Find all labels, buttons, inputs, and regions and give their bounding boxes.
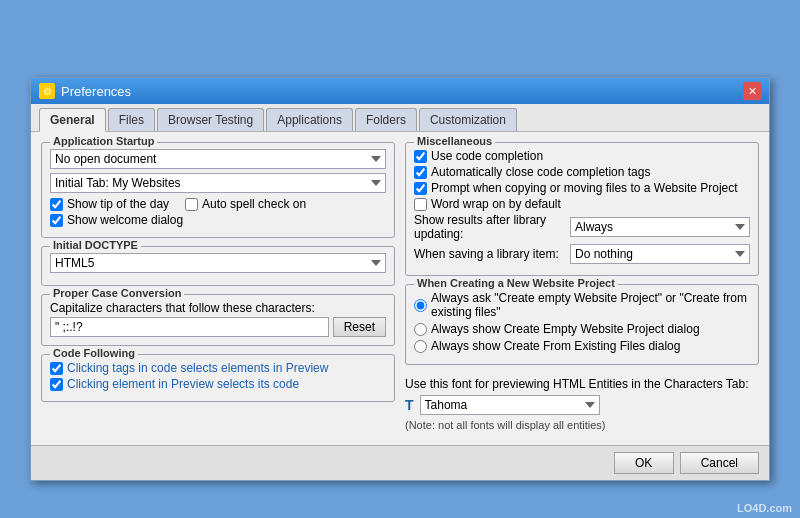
app-startup-label: Application Startup xyxy=(50,135,157,147)
show-welcome-checkbox[interactable] xyxy=(50,214,63,227)
initial-doctype-group: Initial DOCTYPE HTML5 xyxy=(41,246,395,286)
prompt-copying-label: Prompt when copying or moving files to a… xyxy=(431,181,738,195)
code-following-cb1[interactable] xyxy=(50,362,63,375)
tab-customization[interactable]: Customization xyxy=(419,108,517,131)
show-tip-row: Show tip of the day xyxy=(50,197,169,211)
initial-tab-dropdown[interactable]: Initial Tab: My Websites xyxy=(50,173,386,193)
font-preview-section: Use this font for previewing HTML Entiti… xyxy=(405,373,759,435)
prompt-copying-row: Prompt when copying or moving files to a… xyxy=(414,181,750,195)
code-following-cb2[interactable] xyxy=(50,378,63,391)
watermark: LO4D.com xyxy=(737,502,792,514)
use-code-completion-cb[interactable] xyxy=(414,150,427,163)
radio-label1: Always ask "Create empty Website Project… xyxy=(431,291,750,319)
proper-case-group: Proper Case Conversion Capitalize charac… xyxy=(41,294,395,346)
checkbox-inline-group: Show tip of the day Auto spell check on xyxy=(50,197,386,213)
when-saving-label: When saving a library item: xyxy=(414,247,564,261)
radio-label2: Always show Create Empty Website Project… xyxy=(431,322,700,336)
prompt-copying-cb[interactable] xyxy=(414,182,427,195)
dialog-content: Application Startup No open document Ini… xyxy=(31,132,769,445)
left-column: Application Startup No open document Ini… xyxy=(41,142,395,435)
code-following-group: Code Following Clicking tags in code sel… xyxy=(41,354,395,402)
miscellaneous-group: Miscellaneous Use code completion Automa… xyxy=(405,142,759,276)
proper-case-input-row: Reset xyxy=(50,317,386,337)
radio-label3: Always show Create From Existing Files d… xyxy=(431,339,680,353)
code-following-row1: Clicking tags in code selects elements i… xyxy=(50,361,386,375)
font-note: (Note: not all fonts will display all en… xyxy=(405,419,759,431)
auto-spell-row: Auto spell check on xyxy=(185,197,306,211)
font-row: T Tahoma xyxy=(405,395,759,415)
show-results-dropdown[interactable]: Always xyxy=(570,217,750,237)
preferences-dialog: ⚙ Preferences ✕ General Files Browser Te… xyxy=(30,77,770,481)
dialog-title: Preferences xyxy=(61,84,131,99)
auto-close-tags-cb[interactable] xyxy=(414,166,427,179)
title-left: ⚙ Preferences xyxy=(39,83,131,99)
app-startup-group: Application Startup No open document Ini… xyxy=(41,142,395,238)
new-website-group: When Creating a New Website Project Alwa… xyxy=(405,284,759,365)
radio-option1[interactable] xyxy=(414,299,427,312)
auto-spell-checkbox[interactable] xyxy=(185,198,198,211)
app-icon: ⚙ xyxy=(39,83,55,99)
word-wrap-label: Word wrap on by default xyxy=(431,197,561,211)
use-code-completion-row: Use code completion xyxy=(414,149,750,163)
dialog-footer: OK Cancel xyxy=(31,445,769,480)
initial-doctype-label: Initial DOCTYPE xyxy=(50,239,141,251)
close-button[interactable]: ✕ xyxy=(743,82,761,100)
reset-button[interactable]: Reset xyxy=(333,317,386,337)
dialog-titlebar: ⚙ Preferences ✕ xyxy=(31,78,769,104)
tab-general[interactable]: General xyxy=(39,108,106,132)
misc-group-label: Miscellaneous xyxy=(414,135,495,147)
proper-case-label: Proper Case Conversion xyxy=(50,287,184,299)
font-preview-desc: Use this font for previewing HTML Entiti… xyxy=(405,377,759,391)
radio-row-2: Always show Create Empty Website Project… xyxy=(414,322,750,336)
radio-option2[interactable] xyxy=(414,323,427,336)
radio-row-1: Always ask "Create empty Website Project… xyxy=(414,291,750,319)
code-following-row2: Clicking element in Preview selects its … xyxy=(50,377,386,391)
radio-row-3: Always show Create From Existing Files d… xyxy=(414,339,750,353)
code-following-label2: Clicking element in Preview selects its … xyxy=(67,377,299,391)
code-following-label1: Clicking tags in code selects elements i… xyxy=(67,361,328,375)
auto-spell-label: Auto spell check on xyxy=(202,197,306,211)
font-icon: T xyxy=(405,397,414,413)
proper-case-desc: Capitalize characters that follow these … xyxy=(50,301,386,315)
show-tip-checkbox[interactable] xyxy=(50,198,63,211)
show-welcome-row: Show welcome dialog xyxy=(50,213,386,227)
when-saving-row: When saving a library item: Do nothing xyxy=(414,244,750,264)
tab-applications[interactable]: Applications xyxy=(266,108,353,131)
right-column: Miscellaneous Use code completion Automa… xyxy=(405,142,759,435)
show-tip-label: Show tip of the day xyxy=(67,197,169,211)
show-results-row: Show results after library updating: Alw… xyxy=(414,213,750,241)
radio-option3[interactable] xyxy=(414,340,427,353)
auto-close-tags-label: Automatically close code completion tags xyxy=(431,165,650,179)
proper-case-input[interactable] xyxy=(50,317,329,337)
startup-dropdown[interactable]: No open document xyxy=(50,149,386,169)
cancel-button[interactable]: Cancel xyxy=(680,452,759,474)
tab-folders[interactable]: Folders xyxy=(355,108,417,131)
use-code-completion-label: Use code completion xyxy=(431,149,543,163)
ok-button[interactable]: OK xyxy=(614,452,674,474)
auto-close-tags-row: Automatically close code completion tags xyxy=(414,165,750,179)
tab-browser-testing[interactable]: Browser Testing xyxy=(157,108,264,131)
tabs-bar: General Files Browser Testing Applicatio… xyxy=(31,104,769,132)
when-saving-dropdown[interactable]: Do nothing xyxy=(570,244,750,264)
show-welcome-label: Show welcome dialog xyxy=(67,213,183,227)
doctype-dropdown[interactable]: HTML5 xyxy=(50,253,386,273)
show-results-label: Show results after library updating: xyxy=(414,213,564,241)
tab-files[interactable]: Files xyxy=(108,108,155,131)
new-website-group-label: When Creating a New Website Project xyxy=(414,277,618,289)
word-wrap-cb[interactable] xyxy=(414,198,427,211)
font-dropdown[interactable]: Tahoma xyxy=(420,395,600,415)
code-following-label: Code Following xyxy=(50,347,138,359)
word-wrap-row: Word wrap on by default xyxy=(414,197,750,211)
